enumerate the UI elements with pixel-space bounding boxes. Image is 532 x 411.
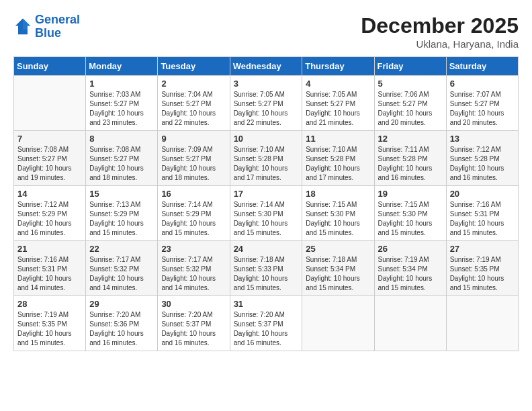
page-header: General Blue December 2025 Uklana, Harya… xyxy=(13,13,519,50)
day-number: 17 xyxy=(234,189,299,199)
day-info: Sunrise: 7:19 AMSunset: 5:35 PMDaylight:… xyxy=(450,255,515,293)
svg-marker-1 xyxy=(23,18,30,30)
day-info: Sunrise: 7:12 AMSunset: 5:28 PMDaylight:… xyxy=(450,145,515,183)
day-number: 2 xyxy=(161,79,226,89)
day-info: Sunrise: 7:17 AMSunset: 5:32 PMDaylight:… xyxy=(161,255,226,293)
day-info: Sunrise: 7:20 AMSunset: 5:37 PMDaylight:… xyxy=(161,310,226,348)
day-info: Sunrise: 7:15 AMSunset: 5:30 PMDaylight:… xyxy=(306,200,370,238)
day-cell: 26Sunrise: 7:19 AMSunset: 5:34 PMDayligh… xyxy=(374,241,446,296)
day-cell: 28Sunrise: 7:19 AMSunset: 5:35 PMDayligh… xyxy=(14,296,86,351)
month-title: December 2025 xyxy=(361,13,519,38)
day-number: 1 xyxy=(89,79,154,89)
day-info: Sunrise: 7:12 AMSunset: 5:29 PMDaylight:… xyxy=(17,200,82,238)
calendar-header-row: SundayMondayTuesdayWednesdayThursdayFrid… xyxy=(14,57,519,76)
day-info: Sunrise: 7:14 AMSunset: 5:29 PMDaylight:… xyxy=(161,200,226,238)
day-cell xyxy=(14,76,86,131)
header-thursday: Thursday xyxy=(302,57,374,76)
day-info: Sunrise: 7:05 AMSunset: 5:27 PMDaylight:… xyxy=(234,90,299,128)
day-number: 21 xyxy=(17,244,82,254)
header-saturday: Saturday xyxy=(446,57,518,76)
location: Uklana, Haryana, India xyxy=(361,38,519,50)
logo: General Blue xyxy=(13,13,80,40)
day-cell: 9Sunrise: 7:09 AMSunset: 5:27 PMDaylight… xyxy=(158,131,230,186)
day-number: 31 xyxy=(234,299,299,309)
day-number: 4 xyxy=(306,79,370,89)
day-number: 26 xyxy=(378,244,443,254)
day-cell: 21Sunrise: 7:16 AMSunset: 5:31 PMDayligh… xyxy=(14,241,86,296)
day-number: 7 xyxy=(17,134,82,144)
day-info: Sunrise: 7:19 AMSunset: 5:35 PMDaylight:… xyxy=(17,310,82,348)
day-cell xyxy=(374,296,446,351)
calendar-table: SundayMondayTuesdayWednesdayThursdayFrid… xyxy=(13,56,519,351)
logo-text: General Blue xyxy=(35,13,80,40)
day-info: Sunrise: 7:19 AMSunset: 5:34 PMDaylight:… xyxy=(378,255,443,293)
day-number: 29 xyxy=(89,299,154,309)
day-cell: 30Sunrise: 7:20 AMSunset: 5:37 PMDayligh… xyxy=(158,296,230,351)
day-number: 5 xyxy=(378,79,443,89)
day-info: Sunrise: 7:11 AMSunset: 5:28 PMDaylight:… xyxy=(378,145,443,183)
day-info: Sunrise: 7:15 AMSunset: 5:30 PMDaylight:… xyxy=(378,200,443,238)
day-cell: 5Sunrise: 7:06 AMSunset: 5:27 PMDaylight… xyxy=(374,76,446,131)
header-monday: Monday xyxy=(86,57,158,76)
day-number: 18 xyxy=(306,189,370,199)
day-info: Sunrise: 7:09 AMSunset: 5:27 PMDaylight:… xyxy=(161,145,226,183)
day-cell: 3Sunrise: 7:05 AMSunset: 5:27 PMDaylight… xyxy=(230,76,302,131)
day-cell xyxy=(302,296,374,351)
week-row-2: 7Sunrise: 7:08 AMSunset: 5:27 PMDaylight… xyxy=(14,131,519,186)
week-row-3: 14Sunrise: 7:12 AMSunset: 5:29 PMDayligh… xyxy=(14,186,519,241)
day-info: Sunrise: 7:20 AMSunset: 5:36 PMDaylight:… xyxy=(89,310,154,348)
day-number: 16 xyxy=(161,189,226,199)
day-info: Sunrise: 7:16 AMSunset: 5:31 PMDaylight:… xyxy=(450,200,515,238)
day-info: Sunrise: 7:07 AMSunset: 5:27 PMDaylight:… xyxy=(450,90,515,128)
day-info: Sunrise: 7:17 AMSunset: 5:32 PMDaylight:… xyxy=(89,255,154,293)
day-info: Sunrise: 7:14 AMSunset: 5:30 PMDaylight:… xyxy=(234,200,299,238)
day-info: Sunrise: 7:20 AMSunset: 5:37 PMDaylight:… xyxy=(234,310,299,348)
day-cell: 25Sunrise: 7:18 AMSunset: 5:34 PMDayligh… xyxy=(302,241,374,296)
header-wednesday: Wednesday xyxy=(230,57,302,76)
day-cell: 14Sunrise: 7:12 AMSunset: 5:29 PMDayligh… xyxy=(14,186,86,241)
day-info: Sunrise: 7:08 AMSunset: 5:27 PMDaylight:… xyxy=(89,145,154,183)
week-row-5: 28Sunrise: 7:19 AMSunset: 5:35 PMDayligh… xyxy=(14,296,519,351)
day-number: 22 xyxy=(89,244,154,254)
day-info: Sunrise: 7:13 AMSunset: 5:29 PMDaylight:… xyxy=(89,200,154,238)
day-number: 15 xyxy=(89,189,154,199)
day-number: 30 xyxy=(161,299,226,309)
day-number: 12 xyxy=(378,134,443,144)
day-cell: 13Sunrise: 7:12 AMSunset: 5:28 PMDayligh… xyxy=(446,131,518,186)
day-number: 27 xyxy=(450,244,515,254)
day-info: Sunrise: 7:08 AMSunset: 5:27 PMDaylight:… xyxy=(17,145,82,183)
day-number: 20 xyxy=(450,189,515,199)
day-cell: 7Sunrise: 7:08 AMSunset: 5:27 PMDaylight… xyxy=(14,131,86,186)
logo-icon xyxy=(13,17,32,36)
day-info: Sunrise: 7:18 AMSunset: 5:33 PMDaylight:… xyxy=(234,255,299,293)
day-info: Sunrise: 7:10 AMSunset: 5:28 PMDaylight:… xyxy=(306,145,370,183)
day-number: 8 xyxy=(89,134,154,144)
day-cell: 29Sunrise: 7:20 AMSunset: 5:36 PMDayligh… xyxy=(86,296,158,351)
day-cell: 19Sunrise: 7:15 AMSunset: 5:30 PMDayligh… xyxy=(374,186,446,241)
day-cell: 16Sunrise: 7:14 AMSunset: 5:29 PMDayligh… xyxy=(158,186,230,241)
day-cell: 17Sunrise: 7:14 AMSunset: 5:30 PMDayligh… xyxy=(230,186,302,241)
day-number: 9 xyxy=(161,134,226,144)
day-number: 23 xyxy=(161,244,226,254)
day-number: 13 xyxy=(450,134,515,144)
day-cell: 2Sunrise: 7:04 AMSunset: 5:27 PMDaylight… xyxy=(158,76,230,131)
day-cell xyxy=(446,296,518,351)
day-number: 11 xyxy=(306,134,370,144)
day-cell: 20Sunrise: 7:16 AMSunset: 5:31 PMDayligh… xyxy=(446,186,518,241)
day-cell: 22Sunrise: 7:17 AMSunset: 5:32 PMDayligh… xyxy=(86,241,158,296)
day-number: 3 xyxy=(234,79,299,89)
header-sunday: Sunday xyxy=(14,57,86,76)
header-friday: Friday xyxy=(374,57,446,76)
header-tuesday: Tuesday xyxy=(158,57,230,76)
day-cell: 18Sunrise: 7:15 AMSunset: 5:30 PMDayligh… xyxy=(302,186,374,241)
day-info: Sunrise: 7:04 AMSunset: 5:27 PMDaylight:… xyxy=(161,90,226,128)
day-info: Sunrise: 7:06 AMSunset: 5:27 PMDaylight:… xyxy=(378,90,443,128)
day-cell: 8Sunrise: 7:08 AMSunset: 5:27 PMDaylight… xyxy=(86,131,158,186)
day-info: Sunrise: 7:10 AMSunset: 5:28 PMDaylight:… xyxy=(234,145,299,183)
day-number: 14 xyxy=(17,189,82,199)
title-block: December 2025 Uklana, Haryana, India xyxy=(361,13,519,50)
week-row-4: 21Sunrise: 7:16 AMSunset: 5:31 PMDayligh… xyxy=(14,241,519,296)
day-cell: 12Sunrise: 7:11 AMSunset: 5:28 PMDayligh… xyxy=(374,131,446,186)
day-cell: 31Sunrise: 7:20 AMSunset: 5:37 PMDayligh… xyxy=(230,296,302,351)
day-number: 6 xyxy=(450,79,515,89)
